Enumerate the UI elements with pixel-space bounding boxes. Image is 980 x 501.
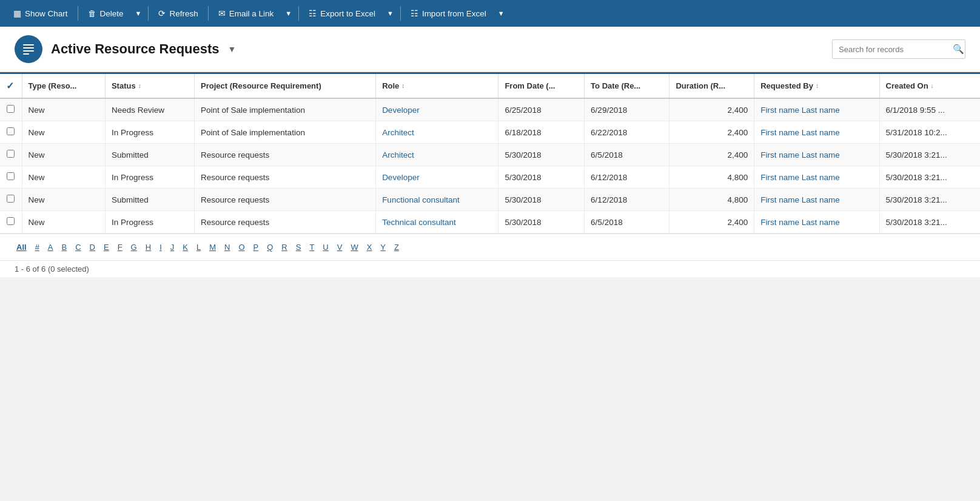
row-checkbox[interactable] [0,166,22,189]
table-row[interactable]: New In Progress Resource requests Develo… [0,166,980,189]
row-select-checkbox[interactable] [7,195,15,203]
alpha-nav-p[interactable]: P [249,240,263,254]
alpha-nav-d[interactable]: D [86,240,99,254]
alpha-nav-y[interactable]: Y [376,240,390,254]
row-select-checkbox[interactable] [7,172,15,180]
alpha-nav-u[interactable]: U [318,240,332,254]
alpha-nav-q[interactable]: Q [263,240,277,254]
requested-by-link[interactable]: First name Last name [760,128,840,137]
search-input[interactable] [833,41,947,58]
search-box: 🔍 [832,39,965,59]
row-role[interactable]: Technical consultant [376,211,498,234]
import-excel-button[interactable]: ☷ Import from Excel [404,5,492,22]
requested-by-link[interactable]: First name Last name [760,218,840,227]
alpha-nav-c[interactable]: C [71,240,85,254]
col-header-type[interactable]: Type (Reso... [22,73,105,99]
row-role[interactable]: Developer [376,166,498,189]
import-dropdown-button[interactable]: ▼ [495,6,508,21]
select-all-header[interactable]: ✓ [0,73,22,99]
refresh-button[interactable]: ⟳ Refresh [152,5,204,22]
alpha-nav-w[interactable]: W [346,240,362,254]
email-dropdown-button[interactable]: ▼ [282,6,295,21]
col-header-status[interactable]: Status ↕ [105,73,194,99]
row-requested-by[interactable]: First name Last name [754,211,879,234]
alpha-nav-v[interactable]: V [333,240,347,254]
col-header-created-on[interactable]: Created On ↓ [879,73,980,99]
row-from-date: 5/30/2018 [498,189,585,211]
alpha-nav-g[interactable]: G [127,240,141,254]
alpha-nav-x[interactable]: X [363,240,377,254]
row-select-checkbox[interactable] [7,105,15,113]
alpha-nav-i[interactable]: I [155,240,166,254]
row-checkbox[interactable] [0,144,22,166]
requested-by-link[interactable]: First name Last name [760,150,840,160]
delete-button[interactable]: 🗑 Delete [82,5,130,22]
table-row[interactable]: New In Progress Resource requests Techni… [0,211,980,234]
requested-by-link[interactable]: First name Last name [760,106,840,115]
alpha-nav-o[interactable]: O [234,240,249,254]
col-header-duration[interactable]: Duration (R... [670,73,754,99]
alpha-nav-s[interactable]: S [292,240,306,254]
requested-by-link[interactable]: First name Last name [760,173,840,182]
row-checkbox[interactable] [0,189,22,211]
table-row[interactable]: New Submitted Resource requests Architec… [0,144,980,166]
row-role[interactable]: Functional consultant [376,189,498,211]
email-icon: ✉ [218,8,226,18]
row-requested-by[interactable]: First name Last name [754,98,879,121]
alpha-nav-f[interactable]: F [113,240,127,254]
search-button[interactable]: 🔍 [947,40,965,58]
email-link-button[interactable]: ✉ Email a Link [212,5,280,22]
row-select-checkbox[interactable] [7,127,15,135]
col-header-role[interactable]: Role ↕ [376,73,498,99]
row-select-checkbox[interactable] [7,217,15,225]
row-role[interactable]: Architect [376,121,498,144]
row-role[interactable]: Architect [376,144,498,166]
alpha-nav-k[interactable]: K [178,240,192,254]
alpha-nav-j[interactable]: J [166,240,179,254]
alpha-nav-l[interactable]: L [192,240,205,254]
row-role[interactable]: Developer [376,98,498,121]
alpha-nav-a[interactable]: A [44,240,58,254]
row-checkbox[interactable] [0,98,22,121]
col-header-project[interactable]: Project (Resource Requirement) [195,73,376,99]
role-link[interactable]: Architect [382,128,414,137]
alpha-nav-b[interactable]: B [58,240,72,254]
export-excel-button[interactable]: ☷ Export to Excel [303,5,381,22]
table-row[interactable]: New Submitted Resource requests Function… [0,189,980,211]
row-checkbox[interactable] [0,121,22,144]
role-link[interactable]: Developer [382,173,420,182]
alpha-nav-h[interactable]: H [141,240,155,254]
role-link[interactable]: Technical consultant [382,218,456,227]
alpha-nav-n[interactable]: N [220,240,234,254]
row-created-on: 5/30/2018 3:21... [879,189,980,211]
row-checkbox[interactable] [0,211,22,234]
show-chart-button[interactable]: ▦ Show Chart [7,5,74,22]
alpha-nav-e[interactable]: E [99,240,113,254]
col-header-from-date[interactable]: From Date (... [498,73,585,99]
title-chevron-icon[interactable]: ▼ [228,44,237,54]
delete-dropdown-button[interactable]: ▼ [132,6,145,21]
alpha-nav-t[interactable]: T [305,240,318,254]
role-link[interactable]: Functional consultant [382,195,460,204]
row-requested-by[interactable]: First name Last name [754,121,879,144]
row-requested-by[interactable]: First name Last name [754,166,879,189]
role-sort-icon: ↕ [401,82,404,89]
page-header-left: Active Resource Requests ▼ [15,35,236,63]
role-link[interactable]: Architect [382,150,414,160]
export-dropdown-button[interactable]: ▼ [384,6,397,21]
row-select-checkbox[interactable] [7,150,15,158]
alpha-nav-z[interactable]: Z [390,240,403,254]
table-row[interactable]: New Needs Review Point of Sale implement… [0,98,980,121]
requested-by-link[interactable]: First name Last name [760,195,840,204]
alpha-nav-m[interactable]: M [205,240,220,254]
table-row[interactable]: New In Progress Point of Sale implementa… [0,121,980,144]
alpha-nav-r[interactable]: R [277,240,291,254]
alpha-nav-#[interactable]: # [31,240,44,254]
col-header-to-date[interactable]: To Date (Re... [585,73,670,99]
alpha-nav-all[interactable]: All [12,240,31,254]
row-requested-by[interactable]: First name Last name [754,144,879,166]
row-requested-by[interactable]: First name Last name [754,189,879,211]
check-all-icon[interactable]: ✓ [6,81,14,91]
col-header-requested-by[interactable]: Requested By ↕ [754,73,879,99]
role-link[interactable]: Developer [382,106,420,115]
